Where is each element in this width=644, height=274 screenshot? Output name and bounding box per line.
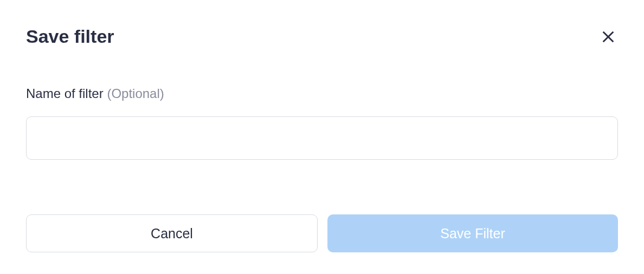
save-filter-modal: Save filter Name of filter (Optional) Ca… bbox=[0, 0, 644, 274]
modal-header: Save filter bbox=[26, 26, 618, 47]
close-button[interactable] bbox=[598, 27, 618, 47]
cancel-button[interactable]: Cancel bbox=[26, 214, 318, 252]
filter-name-optional-text: (Optional) bbox=[107, 86, 164, 101]
close-icon bbox=[601, 29, 616, 44]
filter-name-label-text: Name of filter bbox=[26, 86, 104, 101]
modal-title: Save filter bbox=[26, 26, 114, 47]
save-filter-button[interactable]: Save Filter bbox=[327, 214, 618, 252]
filter-name-input[interactable] bbox=[26, 116, 618, 160]
filter-name-label: Name of filter (Optional) bbox=[26, 86, 618, 101]
modal-footer: Cancel Save Filter bbox=[26, 214, 618, 252]
